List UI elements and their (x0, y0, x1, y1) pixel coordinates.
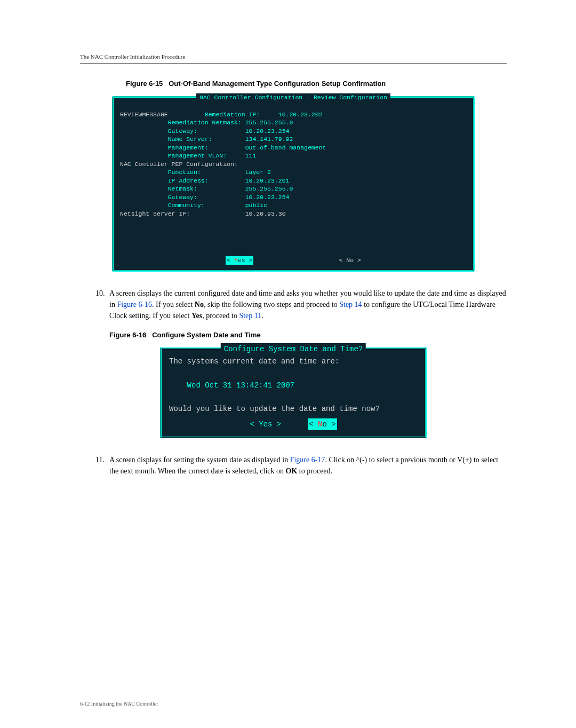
figure-title: Configure System Date and Time (152, 331, 260, 339)
text: . If you select (152, 300, 195, 308)
page-footer: 6-12 Initializing the NAC Controller (80, 701, 507, 707)
link-figure-6-16[interactable]: Figure 6-16 (117, 300, 152, 308)
yes-hotkey: Y (234, 257, 238, 264)
no-button[interactable]: < No > (308, 418, 337, 430)
figure-label: Figure 6-15 (126, 80, 163, 88)
terminal-line: Management: Out-of-band management (120, 144, 326, 151)
step-11-text: 11.A screen displays for setting the sys… (80, 454, 507, 477)
terminal-line: Netmask: 255.255.255.0 (120, 185, 293, 192)
text: , proceed to (202, 312, 239, 320)
text: . (261, 312, 263, 320)
terminal-line: Would you like to update the date and ti… (169, 403, 418, 415)
bold-no: No (195, 300, 204, 308)
terminal-body: REVIEWMESSAGE Remediation IP: 10.20.23.2… (114, 98, 473, 256)
no-button[interactable]: < No > (339, 256, 361, 265)
terminal-line: The systems current date and time are: (169, 355, 418, 367)
terminal-review-config: NAC Controller Configuration - Review Co… (112, 96, 475, 272)
terminal-line: Community: public (120, 202, 267, 209)
step-number: 10. (95, 288, 109, 299)
terminal-line: Remediation Netmask: 255.255.255.0 (120, 119, 293, 126)
terminal-line: Function: Layer 2 (120, 169, 271, 176)
text: , skip the following two steps and proce… (204, 300, 339, 308)
terminal-button-row: < Yes > < No > (114, 256, 473, 270)
terminal-line: Remediation IP: 10.20.23.202 (168, 111, 323, 118)
link-step-14[interactable]: Step 14 (339, 300, 362, 308)
review-message-label: REVIEWMESSAGE (120, 111, 168, 118)
figure-6-15-caption: Figure 6-15 Out-Of-Band Management Type … (80, 80, 507, 88)
terminal-button-row: < Yes > < No > (169, 415, 418, 430)
btn-bracket: < (309, 420, 318, 429)
step-10-text: 10.A screen displays the current configu… (80, 288, 507, 321)
terminal-title: NAC Controller Configuration - Review Co… (196, 93, 390, 102)
terminal-line: Wed Oct 31 13:42:41 2007 (169, 379, 418, 391)
btn-rest: es > (238, 257, 253, 264)
figure-6-16-caption: Figure 6-16 Configure System Date and Ti… (109, 331, 507, 339)
text: to proceed. (297, 467, 332, 475)
terminal-line: IP Address: 10.20.23.201 (120, 177, 289, 184)
step-number: 11. (95, 454, 109, 465)
terminal-line: Name Server: 134.141.79.92 (120, 136, 293, 143)
pep-config-label: NAC Contoller PEP Configuration: (120, 161, 238, 168)
btn-rest: o > (322, 420, 335, 429)
terminal-title: Configure System Date and Time? (221, 343, 366, 355)
text: A screen displays for setting the system… (109, 456, 290, 464)
terminal-line: Gateway: 10.20.23.254 (120, 194, 289, 201)
yes-button[interactable]: < Yes > (250, 418, 281, 430)
terminal-configure-date: Configure System Date and Time? The syst… (160, 347, 427, 438)
netsight-label: Netsight Server IP: 10.20.93.30 (120, 210, 286, 217)
btn-bracket: < (227, 257, 234, 264)
link-step-11[interactable]: Step 11 (239, 312, 261, 320)
figure-title: Out-Of-Band Management Type Configuratio… (169, 80, 386, 88)
link-figure-6-17[interactable]: Figure 6-17 (290, 456, 325, 464)
bold-ok: OK (286, 467, 298, 475)
yes-button[interactable]: < Yes > (226, 256, 253, 265)
bold-yes: Yes (191, 312, 202, 320)
figure-label: Figure 6-16 (109, 331, 146, 339)
terminal-line: Management VLAN: 111 (120, 152, 256, 159)
terminal-line: Gateway: 10.20.23.254 (120, 128, 289, 134)
page-header: The NAC Controller Initialization Proced… (80, 53, 507, 64)
